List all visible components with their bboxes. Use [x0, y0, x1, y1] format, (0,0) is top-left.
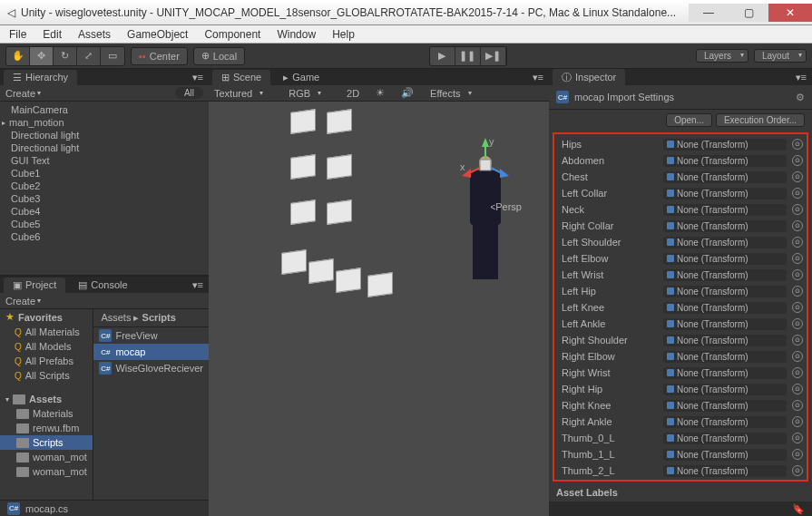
property-value[interactable]: None (Transform): [663, 171, 787, 183]
play-button[interactable]: ▶: [430, 47, 455, 65]
property-value[interactable]: None (Transform): [663, 449, 787, 461]
object-picker-icon[interactable]: ⊙: [792, 286, 803, 297]
tag-icon[interactable]: 🔖: [792, 503, 805, 515]
hand-tool[interactable]: ✋: [6, 47, 30, 65]
object-picker-icon[interactable]: ⊙: [792, 171, 803, 182]
exec-order-button[interactable]: Execution Order...: [716, 113, 805, 127]
property-value[interactable]: None (Transform): [663, 384, 787, 395]
favorite-item[interactable]: Q All Scripts: [0, 368, 93, 383]
folder-item[interactable]: renwu.fbm: [0, 421, 93, 435]
pivot-local[interactable]: ⊕Local: [193, 47, 245, 65]
object-picker-icon[interactable]: ⊙: [792, 465, 803, 476]
object-picker-icon[interactable]: ⊙: [792, 400, 803, 411]
property-value[interactable]: None (Transform): [663, 465, 787, 477]
hierarchy-create[interactable]: Create: [5, 88, 35, 99]
object-picker-icon[interactable]: ⊙: [792, 253, 803, 264]
menu-component[interactable]: Component: [204, 28, 260, 41]
favorite-item[interactable]: Q All Prefabs: [0, 354, 93, 368]
property-value[interactable]: None (Transform): [663, 367, 787, 379]
persp-label[interactable]: <Persp: [490, 201, 522, 212]
panel-menu-icon[interactable]: ▾≡: [192, 72, 203, 83]
window-close[interactable]: ✕: [768, 4, 812, 22]
object-picker-icon[interactable]: ⊙: [792, 335, 803, 346]
orientation-gizmo[interactable]: y x: [458, 138, 513, 192]
favorite-item[interactable]: Q All Models: [0, 339, 93, 354]
effects-dropdown[interactable]: Effects: [430, 88, 460, 99]
hierarchy-tab[interactable]: ☰Hierarchy: [4, 70, 77, 85]
object-picker-icon[interactable]: ⊙: [792, 367, 803, 378]
object-picker-icon[interactable]: ⊙: [792, 204, 803, 215]
hierarchy-item[interactable]: Cube5: [0, 218, 209, 230]
layout-dropdown[interactable]: Layout: [754, 49, 807, 63]
property-value[interactable]: None (Transform): [663, 220, 787, 232]
rect-tool[interactable]: ▭: [101, 47, 124, 65]
property-value[interactable]: None (Transform): [663, 318, 787, 330]
open-button[interactable]: Open...: [666, 113, 712, 127]
rotate-tool[interactable]: ↻: [54, 47, 77, 65]
layers-dropdown[interactable]: Layers: [696, 49, 748, 63]
property-value[interactable]: None (Transform): [663, 433, 787, 444]
property-value[interactable]: None (Transform): [663, 351, 787, 363]
property-value[interactable]: None (Transform): [663, 302, 787, 314]
object-picker-icon[interactable]: ⊙: [792, 155, 803, 166]
assets-header[interactable]: ▾Assets: [0, 392, 93, 406]
light-toggle-icon[interactable]: ☀: [376, 87, 385, 99]
gear-icon[interactable]: ⚙: [796, 92, 805, 103]
property-value[interactable]: None (Transform): [663, 204, 787, 216]
project-tab[interactable]: ▣Project: [4, 277, 65, 293]
pivot-center[interactable]: ▪▪Center: [131, 47, 188, 65]
folder-item[interactable]: Scripts: [0, 435, 93, 450]
property-value[interactable]: None (Transform): [663, 269, 787, 281]
property-value[interactable]: None (Transform): [663, 400, 787, 412]
property-value[interactable]: None (Transform): [663, 416, 787, 428]
object-picker-icon[interactable]: ⊙: [792, 351, 803, 362]
property-value[interactable]: None (Transform): [663, 286, 787, 297]
audio-toggle-icon[interactable]: 🔊: [401, 87, 414, 99]
property-value[interactable]: None (Transform): [663, 237, 787, 248]
folder-item[interactable]: woman_mot: [0, 450, 93, 464]
pause-button[interactable]: ❚❚: [455, 47, 481, 65]
menu-edit[interactable]: Edit: [43, 28, 62, 41]
move-tool[interactable]: ✥: [30, 47, 54, 65]
window-minimize[interactable]: —: [689, 4, 729, 22]
object-picker-icon[interactable]: ⊙: [792, 449, 803, 460]
shading-mode[interactable]: Textured: [214, 88, 252, 99]
hierarchy-item[interactable]: Cube3: [0, 192, 209, 205]
object-picker-icon[interactable]: ⊙: [792, 188, 803, 199]
2d-toggle[interactable]: 2D: [347, 88, 359, 99]
object-picker-icon[interactable]: ⊙: [792, 384, 803, 394]
property-value[interactable]: None (Transform): [663, 155, 787, 167]
property-value[interactable]: None (Transform): [663, 188, 787, 200]
object-picker-icon[interactable]: ⊙: [792, 269, 803, 280]
panel-menu-icon[interactable]: ▾≡: [192, 279, 203, 291]
property-value[interactable]: None (Transform): [663, 335, 787, 346]
hierarchy-item[interactable]: Cube1: [0, 167, 209, 180]
property-value[interactable]: None (Transform): [663, 253, 787, 265]
folder-item[interactable]: Materials: [0, 406, 93, 421]
hierarchy-item[interactable]: MainCamera: [0, 103, 209, 116]
menu-gameobject[interactable]: GameObject: [127, 28, 188, 41]
game-tab[interactable]: ▸Game: [274, 70, 328, 85]
object-picker-icon[interactable]: ⊙: [792, 416, 803, 427]
hierarchy-search[interactable]: All: [175, 87, 203, 99]
hierarchy-item[interactable]: Cube6: [0, 230, 209, 243]
object-picker-icon[interactable]: ⊙: [792, 433, 803, 443]
step-button[interactable]: ▶❚: [481, 47, 506, 65]
object-picker-icon[interactable]: ⊙: [792, 139, 803, 150]
folder-item[interactable]: woman_mot: [0, 464, 93, 479]
menu-assets[interactable]: Assets: [78, 28, 111, 41]
scene-view[interactable]: y x <Persp: [209, 102, 549, 516]
render-mode[interactable]: RGB: [289, 88, 310, 99]
object-picker-icon[interactable]: ⊙: [792, 220, 803, 231]
script-item[interactable]: C# WiseGloveReciever: [93, 360, 209, 376]
hierarchy-item[interactable]: Directional light: [0, 129, 209, 141]
menu-file[interactable]: File: [9, 28, 26, 41]
favorites-header[interactable]: ★Favorites: [0, 309, 93, 325]
window-maximize[interactable]: ▢: [729, 4, 768, 22]
script-item[interactable]: C# mocap: [93, 344, 209, 360]
inspector-tab[interactable]: ⓘInspector: [553, 69, 625, 86]
scene-tab[interactable]: ⊞Scene: [212, 70, 270, 85]
object-picker-icon[interactable]: ⊙: [792, 302, 803, 313]
scale-tool[interactable]: ⤢: [77, 47, 101, 65]
menu-help[interactable]: Help: [332, 28, 355, 41]
